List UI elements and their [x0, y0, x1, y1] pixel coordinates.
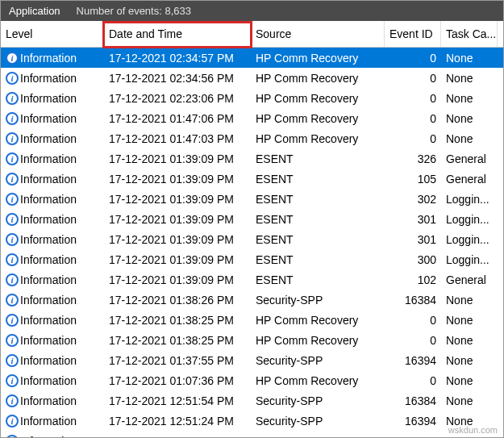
header-level[interactable]: Level: [1, 21, 104, 47]
cell-level: iInformation: [1, 211, 104, 227]
table-row[interactable]: iInformation17-12-2021 01:38:25 PMHP Com…: [1, 310, 503, 330]
cell-level: iInformation: [1, 171, 104, 187]
cell-date: 17-12-2021 01:07:36 PM: [104, 373, 251, 389]
information-icon: i: [6, 173, 19, 186]
information-icon: i: [6, 334, 19, 347]
information-icon: i: [6, 354, 19, 367]
cell-date: 17-12-2021 01:37:55 PM: [104, 352, 251, 369]
table-row[interactable]: iInformation17-12-2021 01:47:03 PMHP Com…: [1, 128, 503, 148]
cell-source: HP Comm Recovery: [251, 433, 385, 439]
cell-event-id: 0: [385, 50, 441, 66]
table-row[interactable]: iInformation17-12-2021 02:23:06 PMHP Com…: [1, 88, 503, 108]
level-text: Information: [20, 435, 77, 439]
header-date-time[interactable]: Date and Time: [104, 21, 251, 47]
watermark: wskdun.com: [448, 425, 498, 435]
information-icon: i: [6, 314, 19, 327]
cell-task: None: [441, 50, 498, 66]
cell-source: HP Comm Recovery: [251, 50, 385, 66]
header-event-id[interactable]: Event ID: [385, 21, 441, 47]
information-icon: i: [6, 152, 19, 165]
cell-source: ESENT: [251, 272, 385, 288]
table-row[interactable]: iInformation17-12-2021 01:38:25 PMHP Com…: [1, 330, 503, 350]
cell-date: 17-12-2021 01:38:26 PM: [104, 292, 251, 308]
header-source[interactable]: Source: [251, 21, 385, 47]
table-row[interactable]: iInformation17-12-2021 01:39:09 PMESENT3…: [1, 189, 503, 209]
information-icon: i: [6, 294, 19, 307]
information-icon: i: [6, 253, 19, 266]
table-row[interactable]: iInformation17-12-2021 01:39:09 PMESENT3…: [1, 209, 503, 229]
cell-source: ESENT: [251, 151, 385, 167]
cell-level: iInformation: [1, 252, 104, 268]
cell-source: Security-SPP: [251, 413, 385, 429]
information-icon: i: [6, 112, 19, 125]
cell-date: 17-12-2021 12:50:51 PM: [104, 433, 251, 439]
cell-event-id: 302: [385, 191, 441, 207]
cell-source: ESENT: [251, 211, 385, 227]
cell-level: iInformation: [1, 272, 104, 288]
level-text: Information: [20, 253, 77, 266]
cell-task: None: [441, 131, 498, 147]
table-row[interactable]: iInformation17-12-2021 02:34:57 PMHP Com…: [1, 48, 503, 68]
cell-date: 17-12-2021 01:39:09 PM: [104, 191, 251, 207]
table-row[interactable]: iInformation17-12-2021 01:07:36 PMHP Com…: [1, 370, 503, 390]
cell-level: iInformation: [1, 312, 104, 328]
cell-task: Loggin...: [441, 232, 498, 248]
header-task-category[interactable]: Task Ca...: [441, 21, 498, 47]
cell-source: HP Comm Recovery: [251, 70, 385, 86]
cell-source: HP Comm Recovery: [251, 90, 385, 106]
table-row[interactable]: iInformation17-12-2021 12:50:51 PMHP Com…: [1, 431, 503, 438]
cell-level: iInformation: [1, 232, 104, 248]
cell-task: Loggin...: [441, 191, 498, 207]
table-row[interactable]: iInformation17-12-2021 12:51:54 PMSecuri…: [1, 390, 503, 411]
table-row[interactable]: iInformation17-12-2021 02:34:56 PMHP Com…: [1, 68, 503, 88]
information-icon: i: [6, 435, 19, 439]
level-text: Information: [20, 132, 77, 145]
cell-event-id: 0: [385, 90, 441, 106]
cell-date: 17-12-2021 02:34:56 PM: [104, 70, 251, 86]
cell-event-id: 301: [385, 211, 441, 227]
cell-date: 17-12-2021 01:39:09 PM: [104, 151, 251, 167]
event-list[interactable]: iInformation17-12-2021 02:34:57 PMHP Com…: [1, 48, 503, 438]
level-text: Information: [20, 92, 77, 105]
table-row[interactable]: iInformation17-12-2021 01:39:09 PMESENT1…: [1, 169, 503, 189]
column-headers: Level Date and Time Source Event ID Task…: [1, 21, 503, 48]
cell-event-id: 102: [385, 272, 441, 288]
level-text: Information: [20, 273, 77, 286]
level-text: Information: [20, 213, 77, 226]
table-row[interactable]: iInformation17-12-2021 01:38:26 PMSecuri…: [1, 290, 503, 310]
cell-event-id: 16384: [385, 393, 441, 409]
cell-task: None: [441, 70, 498, 86]
table-row[interactable]: iInformation17-12-2021 01:39:09 PMESENT3…: [1, 249, 503, 269]
level-text: Information: [20, 374, 77, 387]
table-row[interactable]: iInformation17-12-2021 01:37:55 PMSecuri…: [1, 350, 503, 370]
cell-date: 17-12-2021 01:39:09 PM: [104, 232, 251, 248]
cell-source: HP Comm Recovery: [251, 332, 385, 348]
information-icon: i: [6, 213, 19, 226]
information-icon: i: [6, 52, 19, 65]
cell-task: None: [441, 90, 498, 106]
level-text: Information: [20, 314, 77, 327]
cell-level: iInformation: [1, 90, 104, 106]
cell-event-id: 301: [385, 232, 441, 248]
cell-date: 17-12-2021 02:23:06 PM: [104, 90, 251, 106]
cell-date: 17-12-2021 12:51:54 PM: [104, 393, 251, 409]
level-text: Information: [20, 52, 77, 65]
cell-task: Loggin...: [441, 211, 498, 227]
cell-level: iInformation: [1, 292, 104, 308]
cell-level: iInformation: [1, 151, 104, 167]
cell-date: 17-12-2021 01:38:25 PM: [104, 312, 251, 328]
table-row[interactable]: iInformation17-12-2021 01:39:09 PMESENT3…: [1, 229, 503, 249]
table-row[interactable]: iInformation17-12-2021 12:51:24 PMSecuri…: [1, 411, 503, 431]
level-text: Information: [20, 112, 77, 125]
cell-task: General: [441, 151, 498, 167]
table-row[interactable]: iInformation17-12-2021 01:39:09 PMESENT1…: [1, 269, 503, 290]
cell-event-id: 0: [385, 131, 441, 147]
information-icon: i: [6, 415, 19, 428]
table-row[interactable]: iInformation17-12-2021 01:47:06 PMHP Com…: [1, 108, 503, 128]
cell-task: None: [441, 352, 498, 369]
cell-task: None: [441, 393, 498, 409]
cell-date: 17-12-2021 01:39:09 PM: [104, 171, 251, 187]
cell-date: 17-12-2021 01:39:09 PM: [104, 211, 251, 227]
table-row[interactable]: iInformation17-12-2021 01:39:09 PMESENT3…: [1, 148, 503, 169]
cell-level: iInformation: [1, 413, 104, 429]
